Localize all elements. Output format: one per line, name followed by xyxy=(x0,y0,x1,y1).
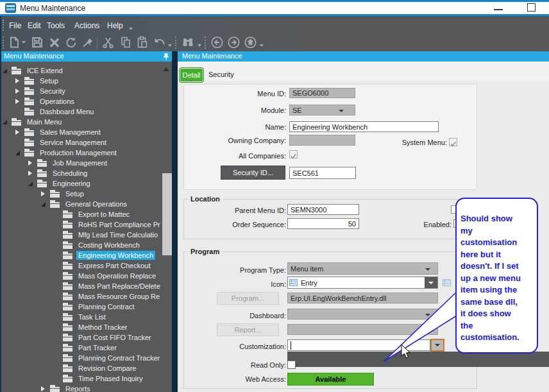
tree-item[interactable]: Engineering xyxy=(1,178,162,189)
minimize-button[interactable] xyxy=(494,9,503,10)
back-icon[interactable] xyxy=(210,35,224,49)
save-icon[interactable] xyxy=(31,36,44,49)
cut-icon[interactable] xyxy=(102,36,115,49)
tree-item[interactable]: Part Tracker xyxy=(1,343,162,353)
menubar-overflow-icon[interactable] xyxy=(129,28,133,30)
tree-item[interactable]: Production Management xyxy=(1,148,162,158)
undo-icon[interactable] xyxy=(153,36,167,49)
tree-collapsed-icon[interactable] xyxy=(41,386,50,391)
tree-collapsed-icon[interactable] xyxy=(15,78,24,83)
tree-item[interactable]: Service Management xyxy=(1,137,162,148)
read-only-checkbox[interactable] xyxy=(287,361,296,369)
program-type-dropdown[interactable]: Menu item xyxy=(287,262,438,275)
tree-item[interactable]: Operations xyxy=(1,96,162,107)
order-sequence-field[interactable]: 50 xyxy=(287,218,359,229)
panel-divider[interactable] xyxy=(172,51,178,392)
tree-item[interactable]: Job Management xyxy=(1,158,162,168)
tree-item[interactable]: Mass Operation Replace xyxy=(1,271,162,281)
folder-icon xyxy=(50,385,60,392)
dashboard-dropdown[interactable] xyxy=(287,309,438,320)
tree-item[interactable]: Security xyxy=(1,86,162,96)
pin-icon[interactable] xyxy=(163,53,169,60)
tree-item[interactable]: Setup xyxy=(1,189,162,199)
tree-collapsed-icon[interactable] xyxy=(15,130,24,135)
tree-collapsed-icon[interactable] xyxy=(28,160,37,166)
tree-scroll-up-icon[interactable] xyxy=(163,67,169,71)
text-caret xyxy=(291,341,291,350)
copy-icon[interactable] xyxy=(119,36,132,49)
tab-security[interactable]: Security xyxy=(208,71,234,78)
undo-dropdown-icon[interactable] xyxy=(168,44,172,47)
tree-collapsed-icon[interactable] xyxy=(28,171,37,176)
tree-item[interactable]: Method Tracker xyxy=(1,322,162,332)
new-icon[interactable] xyxy=(8,36,21,49)
tree-item[interactable]: Main Menu xyxy=(1,117,162,127)
tree-item[interactable]: Time Phased Inquiry xyxy=(1,373,162,384)
folder-icon xyxy=(63,241,73,249)
tree-item[interactable]: Costing Workbench xyxy=(1,240,162,250)
tree-collapsed-icon[interactable] xyxy=(15,99,24,104)
new-dropdown-icon[interactable] xyxy=(22,41,26,44)
tree-collapsed-icon[interactable] xyxy=(15,89,24,94)
clear-icon[interactable] xyxy=(81,36,94,49)
search-icon[interactable] xyxy=(182,36,196,49)
web-access-button[interactable]: Available xyxy=(287,373,374,386)
paste-icon[interactable] xyxy=(136,36,149,49)
tab-detail[interactable]: Detail xyxy=(179,67,204,83)
tree-item[interactable]: Part Cost FIFO Tracker xyxy=(1,332,162,343)
customization-combo[interactable] xyxy=(287,339,430,351)
tree-item[interactable]: Revision Compare xyxy=(1,363,162,373)
tree-expanded-icon[interactable] xyxy=(28,182,37,186)
icon-dropdown-button[interactable] xyxy=(425,277,437,288)
security-id-field[interactable]: SEC561 xyxy=(289,167,356,179)
tree-item[interactable]: Planning Contract xyxy=(1,302,162,312)
app-icon xyxy=(5,3,16,13)
module-label: Module: xyxy=(222,107,286,114)
tree-item[interactable]: ICE Extend xyxy=(1,65,162,76)
tree-item[interactable]: RoHS Part Compliance Pr xyxy=(1,219,162,230)
menu-actions[interactable]: Actions xyxy=(74,21,99,30)
security-id-button[interactable]: Security ID... xyxy=(221,166,285,180)
module-dropdown[interactable]: SE xyxy=(289,105,355,115)
tree-item[interactable]: Express Part Checkout xyxy=(1,260,162,271)
tree-item-label: Mfg Lead Time Calculatio xyxy=(76,230,160,239)
refresh-icon[interactable] xyxy=(65,36,78,49)
tree-item[interactable]: Sales Management xyxy=(1,127,162,137)
tree-item[interactable]: Dashboard Menu xyxy=(1,107,162,117)
tree-item[interactable]: Scheduling xyxy=(1,168,162,178)
menu-help[interactable]: Help xyxy=(107,21,123,30)
tree-item-label: ICE Extend xyxy=(25,66,65,75)
icon-dropdown[interactable]: Entry xyxy=(287,277,438,289)
search-dropdown-icon[interactable] xyxy=(198,44,201,47)
customization-dropdown-button[interactable] xyxy=(430,339,444,352)
tree-expanded-icon[interactable] xyxy=(3,120,12,124)
tree-item[interactable]: Mass Part Replace/Delete xyxy=(1,281,162,291)
menu-edit[interactable]: Edit xyxy=(28,21,41,30)
tree-item[interactable]: Engineering Workbench xyxy=(1,250,162,260)
folder-icon xyxy=(24,87,35,95)
menu-file[interactable]: File xyxy=(9,21,21,30)
delete-icon[interactable] xyxy=(48,36,61,49)
home-icon[interactable] xyxy=(244,35,258,49)
tree-item[interactable]: Mfg Lead Time Calculatio xyxy=(1,230,162,240)
tree-collapsed-icon[interactable] xyxy=(41,191,50,196)
menu-tools[interactable]: Tools xyxy=(47,21,65,30)
maximize-button[interactable] xyxy=(527,3,536,12)
tree-scrollbar[interactable] xyxy=(162,173,172,255)
tree-expanded-icon[interactable] xyxy=(15,151,24,155)
forward-icon[interactable] xyxy=(227,35,241,49)
tree-item[interactable]: General Operations xyxy=(1,199,162,209)
home-dropdown-icon[interactable] xyxy=(260,44,264,47)
tree-item[interactable]: Reports xyxy=(1,384,162,392)
tree-item[interactable]: Mass Resource Group Re xyxy=(1,291,162,302)
customization-dropdown-list[interactable] xyxy=(287,352,549,367)
tree-expanded-icon[interactable] xyxy=(3,69,12,73)
parent-menu-id-field[interactable]: SEMN3000 xyxy=(287,204,359,215)
name-field[interactable]: Engineering Workbench xyxy=(289,121,439,132)
tree-item[interactable]: Planning Contract Tracker xyxy=(1,353,162,363)
tree-item[interactable]: Task List xyxy=(1,312,162,322)
order-sequence-label: Order Sequence: xyxy=(218,221,286,228)
tree-item[interactable]: Setup xyxy=(1,76,162,86)
tree-expanded-icon[interactable] xyxy=(41,202,50,207)
tree-item[interactable]: Export to Mattec xyxy=(1,209,162,219)
